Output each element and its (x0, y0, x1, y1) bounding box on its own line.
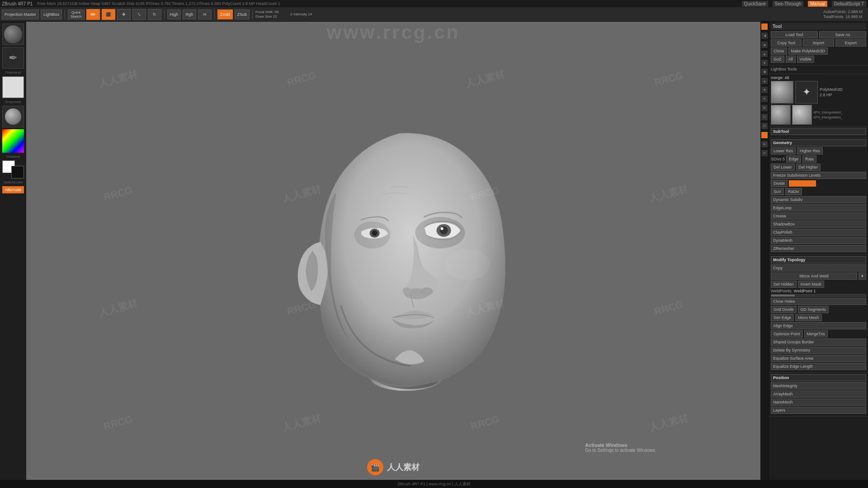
invert-mask-btn[interactable]: Invert Mask (798, 281, 825, 288)
icon-strip-btn-5[interactable]: ▼ (761, 60, 768, 66)
rgh-btn[interactable]: Rgh (183, 9, 196, 19)
black-swatch[interactable] (11, 166, 24, 178)
icon-strip-btn-2[interactable]: ◀ (761, 33, 768, 39)
sphere-tool-btn[interactable] (2, 23, 24, 45)
icon-strip-btn-8[interactable]: ★ (761, 87, 768, 93)
visible-btn[interactable]: Visible (797, 56, 814, 63)
zremesher-btn[interactable]: ZRemesher (771, 245, 866, 252)
move-btn[interactable]: ✥ (117, 9, 131, 20)
geometry-section: Geometry Lower Res Higher Res SDivs 5 Ed… (769, 138, 868, 255)
scale-btn[interactable]: ⤡ (132, 9, 146, 20)
del-hidden-btn[interactable]: Del Hidden (771, 281, 797, 288)
icon-strip-btn-9[interactable]: ✦ (761, 96, 768, 102)
tool-thumb-4[interactable] (792, 105, 812, 125)
quicksave-label[interactable]: QuickSave (742, 1, 768, 7)
high-btn[interactable]: High (167, 9, 181, 19)
claypolish-btn[interactable]: ClayPolish (771, 229, 866, 236)
rotate-btn[interactable]: ↻ (148, 9, 161, 20)
goz-btn[interactable]: GoZ (771, 56, 784, 63)
load-tool-btn[interactable]: Load Tool (771, 31, 818, 38)
export-btn[interactable]: Export (835, 39, 866, 47)
radiv-btn[interactable]: RaDiv (785, 188, 802, 195)
sim-edge-btn[interactable]: Sim Edge (771, 314, 794, 321)
rate-btn[interactable]: Rate (802, 155, 816, 163)
draw-mode-btn2[interactable]: ⬛ (102, 9, 115, 20)
manual-label[interactable]: Manual (808, 1, 827, 7)
equalize-edge-btn[interactable]: Equalize Edge Length (771, 363, 866, 370)
quick-sketch-btn[interactable]: QuickSketch (68, 9, 84, 19)
del-higher-btn[interactable]: Del Higher (796, 164, 821, 171)
more-thumbs: sPrt_triangulated_ sPrt_triangulated_ (771, 105, 866, 125)
seethrough-label[interactable]: See-Through (773, 1, 803, 7)
nano-mesh-btn[interactable]: NanoMesh (771, 399, 866, 406)
icon-strip-btn-11[interactable]: ⊡ (761, 114, 768, 120)
color-picker[interactable] (2, 129, 24, 153)
projection-master-btn[interactable]: Projection Master (2, 9, 39, 19)
mesh-integrity-btn[interactable]: MeshIntegrity (771, 382, 866, 389)
sphere-material-btn[interactable] (2, 106, 24, 127)
chevron-btn[interactable]: ▾ (859, 272, 866, 280)
alternate-btn[interactable]: Alternate (2, 186, 24, 193)
copy-tool-btn[interactable]: Copy Tool (771, 39, 802, 47)
make-polymesh-btn[interactable]: Make PolyMesh3D (788, 47, 828, 55)
array-mesh-btn[interactable]: ArrayMesh (771, 390, 866, 398)
weld-slider[interactable] (771, 294, 866, 297)
clone-btn[interactable]: Clone (771, 47, 787, 55)
icon-strip-btn-3[interactable]: ■ (761, 42, 768, 48)
import-btn[interactable]: Import (803, 39, 834, 47)
icon-strip-btn-14[interactable]: ⊗ (761, 141, 768, 147)
icon-strip-btn-6[interactable]: ◆ (761, 69, 768, 75)
edge-btn[interactable]: Edge (786, 155, 801, 163)
close-holes-btn[interactable]: Close Holes (771, 298, 866, 305)
icon-strip-btn-15[interactable]: ⊘ (761, 150, 768, 156)
tool-thumb-2[interactable]: ✦ (795, 81, 818, 103)
zadd-btn[interactable]: ZAdd (217, 9, 233, 19)
higher-res-btn[interactable]: Higher Res (797, 147, 823, 155)
optimize-point-btn[interactable]: Optimize Point (771, 330, 803, 338)
equalize-surface-btn[interactable]: Equalize Surface Area (771, 355, 866, 362)
divide-btn[interactable]: Divide (771, 180, 788, 187)
suv-btn[interactable]: SuV (771, 188, 784, 195)
layers-btn[interactable]: Layers (771, 407, 866, 414)
gd-segments-btn[interactable]: GD Segments (798, 306, 829, 313)
save-as-btn[interactable]: Save As (819, 31, 866, 38)
icon-strip-btn-4[interactable]: ▲ (761, 51, 768, 57)
icon-strip-btn-7[interactable]: ● (761, 78, 768, 84)
all-btn[interactable]: All (786, 56, 796, 63)
modify-topology-header[interactable]: Modify Topology (771, 256, 866, 263)
dynamic-subdiv-btn[interactable]: Dynamic Subdiv (771, 196, 866, 203)
subtool-header[interactable]: SubTool (771, 128, 866, 135)
zsub-btn[interactable]: ZSub (235, 9, 250, 19)
grid-divide-btn[interactable]: Grid Divide (771, 306, 797, 313)
shadowbox-btn[interactable]: ShadowBox (771, 221, 866, 228)
icon-strip-btn-12[interactable]: ⊟ (761, 123, 768, 129)
canvas-area[interactable]: 人人素材 RRCG 人人素材 RRCG RRCG 人人素材 RRCG 人人素材 … (26, 22, 760, 480)
geometry-header[interactable]: Geometry (771, 139, 866, 146)
position-header[interactable]: Position (771, 374, 866, 381)
smt-bar[interactable] (789, 180, 816, 187)
tool-thumb-1[interactable] (771, 81, 793, 103)
lightbox-btn[interactable]: LightBox (41, 9, 62, 19)
shared-groups-btn[interactable]: Shared Groups Border (771, 338, 866, 346)
white-material-btn[interactable] (2, 76, 24, 98)
crease-btn[interactable]: Crease (771, 212, 866, 220)
icon-strip-btn-1[interactable]: ▶ (761, 23, 768, 30)
h-btn[interactable]: H (198, 9, 212, 19)
freeze-subdiv-btn[interactable]: Freeze Subdivision Levels (771, 172, 866, 179)
icon-strip-btn-10[interactable]: ⊞ (761, 105, 768, 111)
merge-tris-btn[interactable]: MergeTris (804, 330, 828, 338)
micro-mesh-btn[interactable]: Micro Mesh (795, 314, 822, 321)
del-lower-btn[interactable]: Del Lower (771, 164, 795, 171)
delete-symmetry-btn[interactable]: Delete By Symmetry (771, 347, 866, 354)
lower-res-btn[interactable]: Lower Res (771, 147, 796, 155)
align-edge-btn[interactable]: Align Edge (771, 322, 866, 329)
tool-thumb-3[interactable] (771, 105, 791, 125)
mirror-weld-btn[interactable]: Mirror And Weld (771, 272, 857, 280)
brush-tool-btn[interactable]: ✒ (2, 47, 24, 69)
defaultscript-label[interactable]: DefaultScript T (832, 1, 866, 7)
icon-strip-btn-13[interactable]: ⊕ (761, 132, 768, 138)
draw-mode-btn[interactable]: ✏ (86, 9, 100, 20)
copy-btn[interactable]: Copy (771, 264, 866, 272)
edgeloop-btn[interactable]: EdgeLoop (771, 204, 866, 211)
dynamesh-btn[interactable]: DynaMesh (771, 237, 866, 244)
